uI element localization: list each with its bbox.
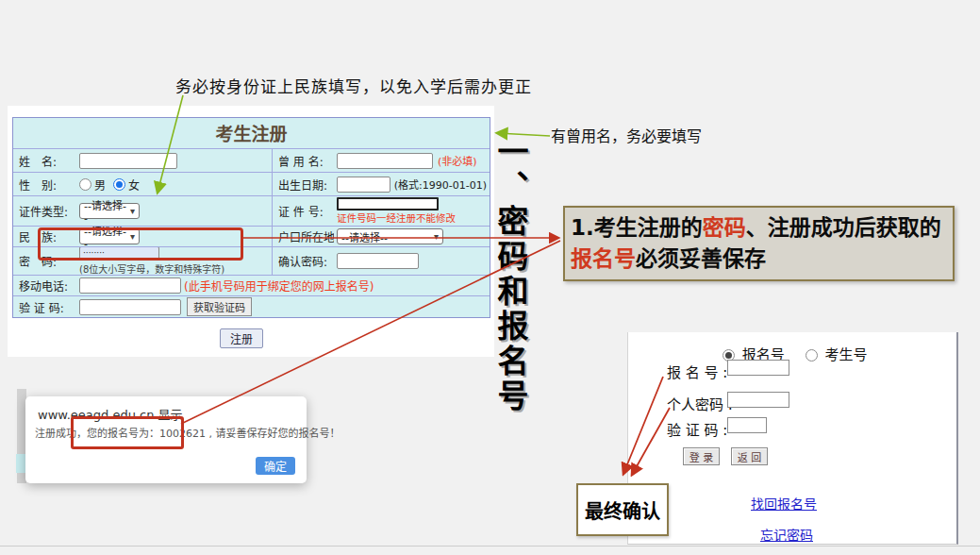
former-name-input[interactable] bbox=[337, 153, 433, 169]
final-confirm-box: 最终确认 bbox=[576, 483, 669, 536]
gender-female-radio[interactable] bbox=[113, 178, 125, 191]
confirm-password-input[interactable] bbox=[337, 253, 419, 269]
section-title-vertical: 一、密码和报名号 bbox=[488, 135, 533, 414]
former-name-label: 曾 用 名: bbox=[272, 149, 334, 172]
residence-label: 户口所在地: bbox=[272, 227, 334, 246]
tutorial-slide: 务必按身份证上民族填写，以免入学后需办更正 有曾用名，务必要填写 一、密码和报名… bbox=[0, 0, 980, 555]
mobile-label: 移动电话: bbox=[13, 276, 76, 295]
callout-note: 1.考生注册的密码、注册成功后获取的报名号必须妥善保存 bbox=[563, 206, 955, 281]
idno-label: 证 件 号: bbox=[272, 196, 334, 226]
registration-form-title: 考生注册 bbox=[13, 118, 490, 148]
chevron-down-icon: ▾ bbox=[434, 231, 439, 242]
forgot-password-link[interactable]: 忘记密码 bbox=[760, 525, 813, 544]
gender-male-radio[interactable] bbox=[79, 178, 91, 191]
birth-label: 出生日期: bbox=[272, 173, 334, 195]
back-button[interactable]: 返 回 bbox=[731, 447, 768, 465]
residence-select[interactable]: --请选择-- ▾ bbox=[337, 228, 443, 244]
idtype-label: 证件类型: bbox=[13, 196, 76, 226]
get-captcha-button[interactable]: 获取验证码 bbox=[187, 297, 252, 316]
callout-regno-highlight: 报名号 bbox=[571, 246, 636, 271]
idno-note: 证件号码一经注册不能修改 bbox=[337, 210, 456, 225]
row-captcha: 验 证 码: 获取验证码 bbox=[13, 295, 490, 317]
login-captcha-label: 验 证 码 : bbox=[667, 419, 727, 439]
login-password-label: 个人密码 : bbox=[667, 394, 733, 413]
login-captcha-input[interactable] bbox=[727, 417, 767, 433]
row-name: 姓 名: 曾 用 名: (非必填) bbox=[13, 148, 490, 172]
login-regno-input[interactable] bbox=[727, 360, 789, 376]
former-name-note: (非必填) bbox=[438, 153, 477, 168]
gender-female-label: 女 bbox=[128, 177, 140, 193]
former-name-annotation: 有曾用名，务必要填写 bbox=[551, 124, 702, 146]
birth-input[interactable] bbox=[337, 177, 390, 193]
captcha-input[interactable] bbox=[79, 299, 181, 315]
mobile-note: (此手机号码用于绑定您的网上报名号) bbox=[184, 278, 374, 294]
mobile-input[interactable] bbox=[79, 278, 181, 294]
examno-radio-option[interactable]: 考生号 bbox=[806, 344, 868, 363]
birth-note: (格式:1990-01-01) bbox=[394, 177, 487, 192]
captcha-label: 验 证 码: bbox=[13, 296, 76, 317]
examno-radio[interactable] bbox=[806, 349, 818, 362]
login-password-input[interactable] bbox=[727, 392, 789, 408]
callout-text: 1.考生注册的 bbox=[571, 215, 703, 240]
login-regno-label: 报 名 号 : bbox=[667, 362, 727, 381]
confirm-password-label: 确认密码: bbox=[272, 247, 334, 275]
row-gender: 性 别: 男 女 出生日期: (格式:1990-01-01) bbox=[13, 172, 490, 195]
login-button[interactable]: 登 录 bbox=[683, 447, 720, 465]
name-label: 姓 名: bbox=[13, 149, 76, 172]
slide-bottom-divider bbox=[0, 546, 980, 547]
callout-password-highlight: 密码 bbox=[703, 215, 746, 240]
gender-label: 性 别: bbox=[13, 173, 76, 195]
registration-form-table: 考生注册 姓 名: 曾 用 名: (非必填) 性 别: 男 女 出生日期: bbox=[12, 117, 490, 318]
login-panel: 报名号 考生号 报 名 号 : 个人密码 : 验 证 码 : 登 录 返 回 找… bbox=[627, 332, 958, 545]
password-hint: (8位大小写字母，数字和特殊字符) bbox=[79, 261, 224, 275]
row-idtype: 证件类型: --请选择-- ▾ 证 件 号: 证件号码一经注册不能修改 bbox=[13, 195, 490, 226]
row-mobile: 移动电话: (此手机号码用于绑定您的网上报名号) bbox=[13, 275, 490, 295]
chevron-down-icon: ▾ bbox=[130, 206, 135, 216]
ethnicity-annotation: 务必按身份证上民族填写，以免入学后需办更正 bbox=[175, 74, 532, 97]
register-submit-button[interactable]: 注册 bbox=[220, 328, 263, 348]
password-highlight-box bbox=[38, 227, 243, 261]
idno-input[interactable] bbox=[337, 197, 439, 210]
gender-male-label: 男 bbox=[94, 177, 106, 193]
regnumber-highlight-box bbox=[71, 416, 184, 449]
name-input[interactable] bbox=[79, 153, 177, 169]
alert-ok-button[interactable]: 确定 bbox=[256, 457, 295, 475]
find-regno-link[interactable]: 找回报名号 bbox=[751, 494, 817, 513]
idtype-select[interactable]: --请选择-- ▾ bbox=[79, 203, 140, 219]
